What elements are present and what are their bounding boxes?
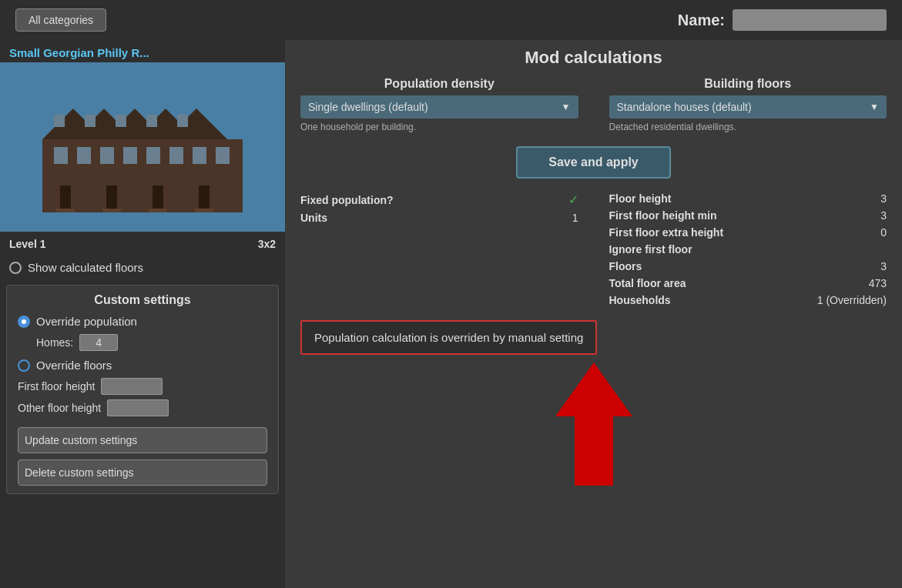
- custom-settings-title: Custom settings: [18, 293, 267, 307]
- main-layout: Small Georgian Philly R...: [0, 40, 902, 588]
- show-floors-label: Show calculated floors: [28, 261, 143, 274]
- stat-floors: Floors 3: [609, 260, 887, 272]
- stats-right-col: Floor height 3 First floor height min 3 …: [609, 192, 887, 311]
- stats-left-col: Fixed population? ✓ Units 1: [300, 192, 578, 311]
- building-floors-section: Building floors Standalone houses (defau…: [609, 77, 887, 132]
- building-meta: Level 1 3x2: [0, 232, 285, 256]
- first-floor-height-label: First floor height: [18, 380, 95, 393]
- custom-settings-panel: Custom settings Override population Home…: [6, 285, 279, 494]
- override-population-radio[interactable]: [18, 316, 30, 328]
- other-floor-height-row: Other floor height: [18, 399, 267, 416]
- stat-total-floor-area-value: 473: [869, 277, 887, 289]
- building-svg: [35, 78, 250, 216]
- other-floor-height-input[interactable]: [107, 399, 169, 416]
- stat-households-value: 1 (Overridden): [817, 294, 887, 306]
- show-floors-radio[interactable]: [9, 262, 22, 274]
- delete-custom-settings-button[interactable]: Delete custom settings: [18, 459, 267, 486]
- stat-units: Units 1: [300, 212, 578, 224]
- update-custom-settings-button[interactable]: Update custom settings: [18, 427, 267, 453]
- stat-fixed-population-value: ✓: [568, 192, 578, 207]
- population-density-section: Population density Single dwellings (def…: [300, 77, 578, 132]
- stat-units-label: Units: [300, 212, 327, 224]
- stat-total-floor-area: Total floor area 473: [609, 277, 887, 289]
- stat-fixed-population: Fixed population? ✓: [300, 192, 578, 207]
- svg-rect-18: [56, 209, 75, 212]
- building-preview: [0, 62, 285, 232]
- building-floors-dropdown[interactable]: Standalone houses (default) ▼: [609, 95, 887, 119]
- svg-rect-16: [153, 185, 163, 212]
- svg-rect-0: [42, 139, 243, 212]
- stat-floors-value: 3: [880, 260, 887, 272]
- override-floors-label: Override floors: [36, 359, 112, 372]
- svg-rect-8: [100, 147, 114, 164]
- show-floors-row[interactable]: Show calculated floors: [0, 256, 285, 282]
- arrow-head-icon: [555, 362, 632, 416]
- stat-first-floor-height-min-label: First floor height min: [609, 209, 717, 222]
- population-density-desc: One household per building.: [300, 122, 578, 132]
- mod-calc-title: Mod calculations: [300, 48, 887, 68]
- svg-rect-9: [123, 147, 137, 164]
- override-population-label: Override population: [36, 315, 137, 328]
- svg-rect-15: [106, 185, 117, 212]
- override-notice: Population calculation is overriden by m…: [300, 320, 597, 355]
- building-floors-arrow-icon: ▼: [870, 102, 879, 112]
- building-size: 3x2: [258, 238, 276, 250]
- name-area: Name:: [678, 9, 887, 31]
- stat-first-floor-extra-height-value: 0: [880, 226, 887, 239]
- svg-rect-10: [146, 147, 160, 164]
- density-floors-row: Population density Single dwellings (def…: [300, 77, 887, 132]
- name-label: Name:: [678, 12, 725, 29]
- stat-first-floor-extra-height-label: First floor extra height: [609, 226, 724, 239]
- svg-rect-22: [54, 115, 65, 127]
- override-floors-radio[interactable]: [18, 359, 30, 372]
- other-floor-height-label: Other floor height: [18, 402, 101, 414]
- stats-grid: Fixed population? ✓ Units 1 Floor height…: [300, 192, 887, 311]
- first-floor-height-row: First floor height: [18, 378, 267, 395]
- save-apply-wrapper: Save and apply: [300, 139, 887, 186]
- arrow-shaft-icon: [575, 416, 613, 486]
- stat-floor-height: Floor height 3: [609, 192, 887, 205]
- stat-fixed-population-label: Fixed population?: [300, 194, 394, 206]
- arrow-container: [300, 362, 887, 486]
- stat-floor-height-label: Floor height: [609, 192, 672, 205]
- svg-rect-20: [149, 209, 167, 212]
- first-floor-height-input[interactable]: [101, 378, 163, 395]
- svg-rect-26: [177, 115, 188, 127]
- stat-households: Households 1 (Overridden): [609, 294, 887, 306]
- right-panel: Mod calculations Population density Sing…: [285, 40, 902, 588]
- svg-rect-19: [102, 209, 121, 212]
- stat-ignore-first-floor-label: Ignore first floor: [609, 243, 692, 256]
- red-arrow-wrapper: [555, 362, 632, 486]
- svg-rect-21: [195, 209, 213, 212]
- override-population-row[interactable]: Override population: [18, 315, 267, 328]
- svg-rect-13: [216, 147, 230, 164]
- population-density-title: Population density: [300, 77, 578, 91]
- homes-label: Homes:: [36, 336, 73, 349]
- stat-total-floor-area-label: Total floor area: [609, 277, 686, 289]
- all-categories-button[interactable]: All categories: [15, 8, 106, 32]
- save-apply-button[interactable]: Save and apply: [516, 146, 671, 179]
- stat-first-floor-height-min: First floor height min 3: [609, 209, 887, 222]
- building-floors-title: Building floors: [609, 77, 887, 91]
- stat-ignore-first-floor: Ignore first floor: [609, 243, 887, 256]
- override-floors-row[interactable]: Override floors: [18, 359, 267, 372]
- stat-first-floor-height-min-value: 3: [880, 209, 887, 222]
- svg-rect-23: [85, 115, 96, 127]
- svg-rect-6: [54, 147, 68, 164]
- name-input-field[interactable]: [733, 9, 887, 31]
- stat-households-label: Households: [609, 294, 671, 306]
- top-bar-left: All categories: [15, 8, 106, 32]
- stat-first-floor-extra-height: First floor extra height 0: [609, 226, 887, 239]
- population-density-dropdown[interactable]: Single dwellings (default) ▼: [300, 95, 578, 119]
- svg-rect-24: [116, 115, 126, 127]
- homes-input[interactable]: [79, 334, 118, 351]
- stat-floors-label: Floors: [609, 260, 642, 272]
- stat-floor-height-value: 3: [880, 192, 887, 205]
- building-floors-desc: Detached residential dwellings.: [609, 122, 887, 132]
- svg-rect-12: [193, 147, 206, 164]
- building-title: Small Georgian Philly R...: [0, 40, 285, 62]
- population-density-dropdown-label: Single dwellings (default): [308, 101, 428, 113]
- building-floors-dropdown-label: Standalone houses (default): [617, 101, 752, 113]
- building-level: Level 1: [9, 238, 45, 250]
- population-density-arrow-icon: ▼: [562, 102, 571, 112]
